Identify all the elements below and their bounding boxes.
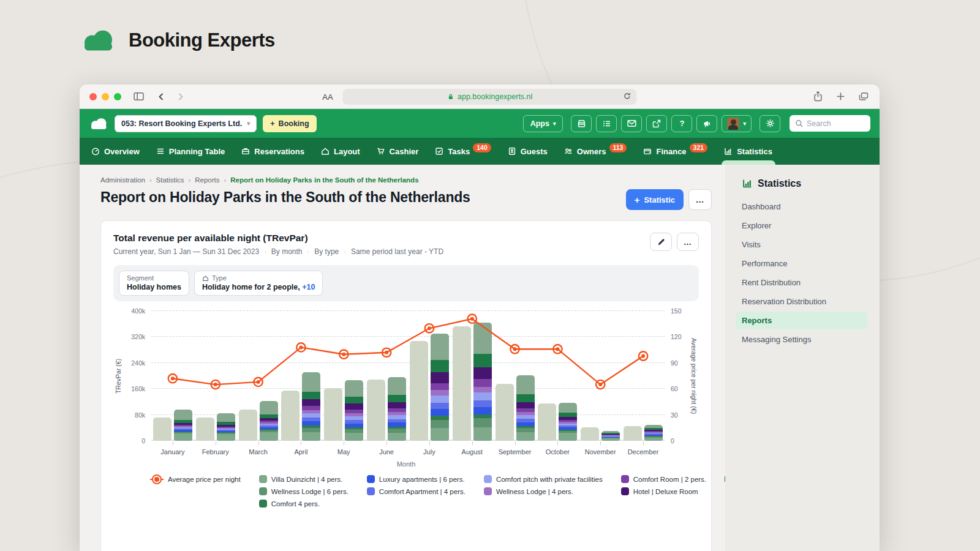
question-mark-icon: ?	[679, 119, 684, 128]
announcements-button[interactable]	[696, 115, 717, 132]
legend-item[interactable]: Comfort pitch with private facilities	[484, 475, 603, 483]
cloud-logo-small-icon[interactable]	[89, 116, 108, 131]
new-tab-icon[interactable]	[836, 92, 845, 101]
nav-item-reservations[interactable]: Reservations	[241, 138, 304, 165]
bar-segment	[516, 428, 535, 432]
legend-item[interactable]: Hotel | Deluxe Room	[621, 487, 706, 495]
x-tick	[216, 441, 216, 445]
nav-item-layout[interactable]: Layout	[321, 138, 360, 165]
help-button[interactable]: ?	[671, 115, 692, 132]
nav-item-tasks[interactable]: Tasks140	[435, 138, 491, 165]
close-window-icon[interactable]	[89, 93, 97, 100]
bar-segment	[473, 400, 492, 407]
brand-name: Booking Experts	[129, 29, 275, 51]
share-icon[interactable]	[813, 91, 823, 102]
sidebar-item-performance[interactable]: Performance	[736, 255, 867, 272]
sidebar-item-messaging-settings[interactable]: Messaging Settings	[736, 331, 867, 348]
sidebar-item-reservation-distribution[interactable]: Reservation Distribution	[736, 293, 867, 310]
x-tick	[600, 441, 601, 445]
sidebar-item-explorer[interactable]: Explorer	[736, 217, 867, 234]
bar-segment	[516, 402, 535, 408]
page-more-button[interactable]: …	[688, 189, 712, 210]
bar-segment	[260, 432, 278, 441]
messages-button[interactable]	[621, 115, 642, 132]
nav-badge: 140	[473, 143, 491, 152]
cloud-logo-icon	[80, 27, 116, 54]
x-tick	[429, 441, 430, 445]
chevron-right-icon: ›	[224, 176, 227, 184]
bar-segment	[431, 372, 449, 383]
settings-button[interactable]	[760, 115, 780, 132]
external-link-button[interactable]	[646, 115, 667, 132]
legend-item[interactable]: Wellness Lodge | 6 pers.	[259, 487, 349, 495]
bar-segment	[644, 438, 663, 441]
nav-item-label: Layout	[334, 147, 360, 156]
bar-segment	[431, 383, 449, 391]
bar-segment	[388, 402, 406, 408]
nav-item-cashier[interactable]: Cashier	[377, 138, 419, 165]
chart-subtitle: Current year, Sun 1 Jan — Sun 31 Dec 202…	[113, 247, 443, 256]
x-tick	[386, 441, 387, 445]
back-icon[interactable]	[157, 92, 165, 101]
nav-item-owners[interactable]: Owners113	[564, 138, 627, 165]
search-field[interactable]	[790, 115, 870, 132]
forward-icon[interactable]	[177, 92, 184, 101]
dot-separator: ·	[307, 248, 310, 255]
sidebar-item-reports[interactable]: Reports	[736, 312, 867, 329]
user-menu-button[interactable]: ▾	[722, 115, 752, 132]
month-label: August	[451, 448, 494, 455]
property-selector[interactable]: 053: Resort Booking Experts Ltd. ▾	[115, 115, 257, 132]
legend-item-average-price[interactable]: Average price per night	[150, 475, 241, 484]
month-slot-september	[494, 311, 537, 441]
nav-item-finance[interactable]: Finance321	[643, 138, 707, 165]
month-label: February	[194, 448, 237, 455]
segment-filter-chip[interactable]: Segment Holiday homes	[119, 271, 189, 296]
legend-item[interactable]: Comfort Room | 2 pers.	[621, 475, 706, 483]
add-statistic-button[interactable]: + Statistic	[626, 189, 684, 210]
traffic-lights[interactable]	[89, 93, 121, 100]
sidebar-item-dashboard[interactable]: Dashboard	[736, 198, 867, 216]
legend-item[interactable]: Luxury apartments | 6 pers.	[367, 475, 466, 483]
type-filter-chip[interactable]: Type Holiday home for 2 people, +10	[194, 271, 323, 296]
filter-more-count[interactable]: +10	[302, 283, 315, 291]
nav-item-statistics[interactable]: Statistics	[724, 138, 772, 165]
nav-item-overview[interactable]: Overview	[91, 138, 140, 165]
breadcrumb-item[interactable]: Report on Holiday Parks in the South of …	[230, 176, 418, 184]
sidebar-item-rent-distribution[interactable]: Rent Distribution	[736, 274, 867, 291]
search-icon	[795, 119, 803, 127]
nav-item-guests[interactable]: Guests	[508, 138, 548, 165]
left-tick-label: 320k	[131, 333, 145, 340]
legend-item[interactable]: Villa Duinzicht | 4 pers.	[259, 475, 349, 483]
tab-overview-icon[interactable]	[859, 92, 869, 101]
sidebar-toggle-icon[interactable]	[134, 92, 144, 101]
zoom-window-icon[interactable]	[114, 93, 121, 100]
legend-item[interactable]: Wellness Lodge | 4 pers.	[484, 487, 603, 495]
legend-item[interactable]: Comfort Apartment | 4 pers.	[367, 487, 466, 495]
bar-segment	[217, 434, 235, 441]
nav-item-planning-table[interactable]: Planning Table	[156, 138, 225, 165]
url-text: app.bookingexperts.nl	[458, 92, 532, 101]
stacked-bar	[345, 380, 363, 441]
legend-item[interactable]: Comfort 4 pers.	[259, 500, 349, 508]
tasks-list-button[interactable]	[596, 115, 617, 132]
breadcrumb-item[interactable]: Statistics	[156, 176, 184, 184]
breadcrumb-item[interactable]: Reports	[195, 176, 219, 184]
apps-menu-button[interactable]: Apps ▾	[523, 115, 564, 132]
nav-item-label: Reservations	[254, 147, 304, 156]
search-input[interactable]	[807, 119, 862, 128]
last-year-bar	[367, 380, 385, 441]
legend-label: Comfort Room | 2 pers.	[633, 476, 706, 483]
card-more-button[interactable]: …	[677, 233, 699, 251]
minimize-window-icon[interactable]	[102, 93, 109, 100]
add-booking-button[interactable]: + Booking	[263, 115, 316, 132]
bar-segment	[302, 406, 320, 410]
bar-segment	[260, 401, 278, 414]
address-bar[interactable]: app.bookingexperts.nl	[343, 89, 637, 105]
sidebar-item-visits[interactable]: Visits	[736, 236, 867, 253]
text-size-control[interactable]: AA	[322, 92, 333, 102]
bar-segment	[516, 394, 535, 402]
breadcrumb-item[interactable]: Administration	[100, 176, 145, 184]
marketplace-button[interactable]	[571, 115, 592, 132]
edit-statistic-button[interactable]	[650, 233, 672, 251]
reload-icon[interactable]	[624, 92, 631, 100]
